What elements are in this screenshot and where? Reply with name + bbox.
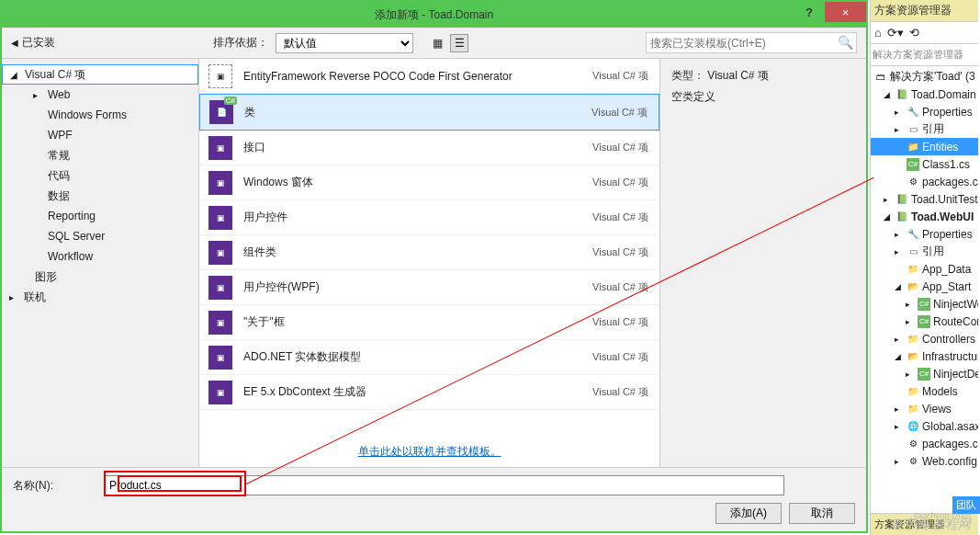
name-label: 名称(N): (13, 478, 105, 494)
item-label: 引用 (922, 121, 944, 137)
solex-item[interactable]: ▸▭引用 (871, 243, 978, 260)
template-item[interactable]: ▣组件类Visual C# 项 (199, 235, 659, 270)
template-item[interactable]: C#📄类Visual C# 项 (199, 94, 659, 131)
fld-icon: 📁 (907, 333, 919, 346)
list-view[interactable]: ☰ (450, 34, 468, 52)
search-online-link[interactable]: 单击此处以联机并查找模板。 (358, 445, 501, 458)
template-item[interactable]: ▣用户控件(WPF)Visual C# 项 (199, 270, 659, 305)
solex-item[interactable]: ▸📗Toad.UnitTests (871, 190, 978, 208)
tree-item-csharp[interactable]: ◢Visual C# 项 (2, 64, 198, 85)
solex-item[interactable]: ▸🔧Properties (871, 103, 978, 120)
template-name: EF 5.x DbContext 生成器 (243, 384, 592, 400)
template-lang: Visual C# 项 (591, 106, 648, 120)
item-label: NinjectWe (933, 298, 978, 311)
home-icon[interactable]: ⌂ (874, 26, 882, 40)
solex-search[interactable]: 解决方案资源管理器 (871, 44, 978, 66)
solex-item[interactable]: 📁App_Data (871, 260, 978, 278)
search-wrap: 🔍 (646, 32, 857, 53)
template-item[interactable]: ▣ADO.NET 实体数据模型Visual C# 项 (199, 340, 659, 375)
expand-icon: ▸ (895, 404, 904, 414)
tree-item[interactable]: WPF (2, 125, 198, 145)
fld-icon: 📁 (907, 385, 919, 398)
help-button[interactable]: ? (794, 2, 825, 22)
template-item[interactable]: ▣"关于"框Visual C# 项 (199, 305, 659, 340)
template-icon: ▣ (208, 311, 232, 335)
template-item[interactable]: ▣EF 5.x DbContext 生成器Visual C# 项 (199, 375, 659, 410)
prj-icon: 📗 (896, 88, 908, 101)
template-icon: ▣ (208, 276, 232, 300)
solex-item[interactable]: ◢📂Infrastructure (871, 347, 978, 365)
add-button[interactable]: 添加(A) (715, 503, 782, 524)
item-label: Entities (922, 141, 958, 154)
fld-o-icon: 📂 (907, 350, 919, 363)
tree-item[interactable]: SQL Server (2, 226, 198, 246)
template-list: ▣EntityFramework Reverse POCO Code First… (199, 59, 659, 467)
tree-item-graphics[interactable]: 图形 (2, 267, 198, 287)
fld-icon: 📁 (907, 263, 919, 276)
template-item[interactable]: ▣Windows 窗体Visual C# 项 (199, 165, 659, 200)
template-item[interactable]: ▣接口Visual C# 项 (199, 131, 659, 165)
expand-icon: ▸ (895, 422, 904, 431)
tree-item-online[interactable]: ▸联机 (2, 287, 198, 307)
solex-tree: 🗃解决方案'Toad' (3 个 ◢📗Toad.Domain▸🔧Properti… (871, 66, 978, 513)
solex-item[interactable]: ▸C#NinjectDe (871, 365, 978, 382)
tree-item[interactable]: 数据 (2, 186, 198, 206)
tree-item[interactable]: Workflow (2, 246, 198, 267)
item-label: Web.config (922, 455, 977, 468)
sort-select[interactable]: 默认值 (276, 33, 413, 53)
solex-item[interactable]: ◢📗Toad.WebUI (871, 208, 978, 225)
asax-icon: 🌐 (907, 420, 919, 433)
title-buttons: ? × (794, 2, 866, 22)
template-item[interactable]: ▣用户控件Visual C# 项 (199, 200, 659, 235)
watermark: 查字典 教程网 (890, 517, 971, 533)
solex-item[interactable]: ▸📁Controllers (871, 330, 978, 347)
solution-node[interactable]: 🗃解决方案'Toad' (3 个 (871, 68, 978, 85)
template-name: 接口 (243, 140, 592, 155)
solex-item[interactable]: ◢📂App_Start (871, 278, 978, 295)
solex-item[interactable]: ⚙packages.co (871, 173, 978, 190)
collapse-icon: ▸ (33, 90, 38, 100)
installed-section[interactable]: ◀ 已安装 (11, 35, 195, 51)
cancel-button[interactable]: 取消 (789, 503, 855, 524)
solex-item[interactable]: ◢📗Toad.Domain (871, 85, 978, 103)
template-item[interactable]: ▣EntityFramework Reverse POCO Code First… (199, 59, 659, 94)
window-title: 添加新项 - Toad.Domain (375, 7, 493, 23)
item-label: packages.co (922, 438, 978, 450)
solex-item[interactable]: ▸🌐Global.asax (871, 417, 978, 435)
template-lang: Visual C# 项 (592, 385, 648, 399)
view-mode-icons: ▦ ☰ (428, 34, 468, 52)
cfg-icon: ⚙ (907, 176, 919, 188)
search-input[interactable] (646, 32, 857, 53)
name-input[interactable] (105, 475, 784, 495)
solex-item[interactable]: 📁Entities (871, 138, 978, 155)
solex-item[interactable]: 📁Models (871, 382, 978, 400)
toolbar-row: ◀ 已安装 排序依据： 默认值 ▦ ☰ 🔍 (2, 28, 866, 59)
sync-icon[interactable]: ⟲ (909, 26, 919, 40)
prop-icon: 🔧 (907, 228, 919, 241)
type-label: 类型： (671, 69, 704, 82)
solex-item[interactable]: ▸⚙Web.config (871, 452, 978, 470)
tree-item[interactable]: ▸Web (2, 85, 198, 105)
solex-item[interactable]: C#Class1.cs (871, 155, 978, 173)
expand-icon: ▸ (895, 230, 904, 239)
tree-item[interactable]: 代码 (2, 165, 198, 186)
collapse-icon: ▸ (9, 292, 14, 302)
solex-item[interactable]: ▸🔧Properties (871, 225, 978, 243)
solex-item[interactable]: ▸▭引用 (871, 120, 978, 138)
tree-item[interactable]: Reporting (2, 206, 198, 226)
small-icons-view[interactable]: ▦ (428, 34, 446, 52)
template-icon: ▣ (208, 206, 232, 230)
close-button[interactable]: × (825, 2, 866, 22)
template-name: 组件类 (243, 245, 592, 260)
solex-item[interactable]: ▸C#NinjectWe (871, 295, 978, 313)
item-label: Global.asax (922, 420, 978, 433)
category-tree: ◢Visual C# 项 ▸WebWindows FormsWPF常规代码数据R… (2, 59, 199, 467)
tree-item[interactable]: 常规 (2, 145, 198, 165)
tree-item[interactable]: Windows Forms (2, 105, 198, 125)
sort-label: 排序依据： (213, 35, 268, 51)
solex-item[interactable]: ▸📁Views (871, 400, 978, 417)
solex-item[interactable]: ⚙packages.co (871, 435, 978, 452)
refresh-icon[interactable]: ⟳▾ (887, 26, 904, 40)
template-lang: Visual C# 项 (592, 141, 648, 154)
solex-item[interactable]: ▸C#RouteCon (871, 313, 978, 330)
